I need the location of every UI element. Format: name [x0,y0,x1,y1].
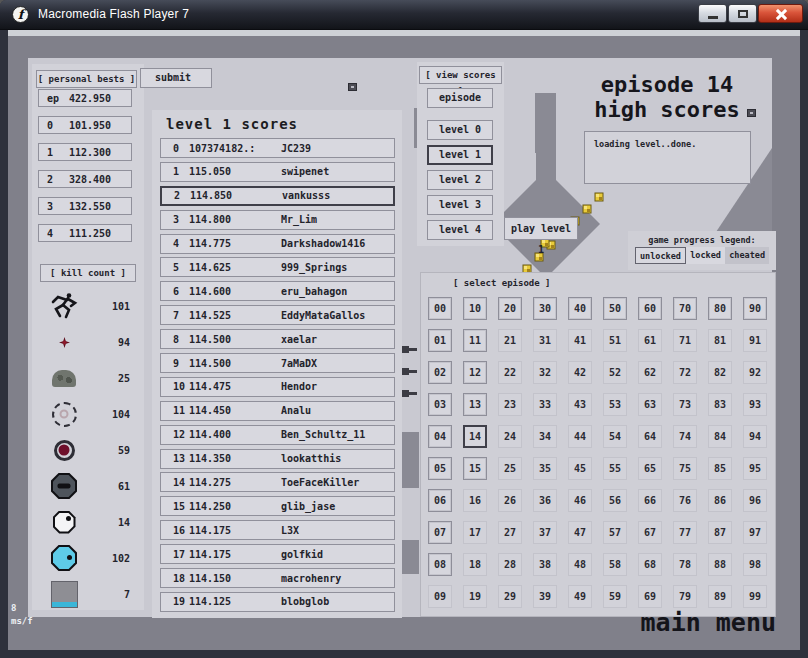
submit-button[interactable]: submit [140,68,212,88]
score-row-3[interactable]: 3114.800Mr_Lim [160,210,395,230]
episode-cell-88[interactable]: 88 [708,553,732,576]
score-row-6[interactable]: 6114.600eru_bahagon [160,281,395,301]
score-row-13[interactable]: 13114.350lookatthis [160,449,395,469]
episode-cell-00[interactable]: 00 [428,297,452,320]
episode-cell-46[interactable]: 46 [568,489,592,512]
episode-cell-68[interactable]: 68 [638,553,662,576]
episode-cell-64[interactable]: 64 [638,425,662,448]
episode-cell-41[interactable]: 41 [568,329,592,352]
episode-cell-80[interactable]: 80 [708,297,732,320]
score-row-7[interactable]: 7114.525EddyMataGallos [160,305,395,325]
episode-cell-48[interactable]: 48 [568,553,592,576]
score-row-1[interactable]: 1115.050swipenet [160,162,395,182]
episode-cell-18[interactable]: 18 [463,553,487,576]
episode-cell-12[interactable]: 12 [463,361,487,384]
episode-cell-57[interactable]: 57 [603,521,627,544]
episode-cell-53[interactable]: 53 [603,393,627,416]
episode-cell-05[interactable]: 05 [428,457,452,480]
episode-cell-99[interactable]: 99 [743,585,767,608]
episode-cell-35[interactable]: 35 [533,457,557,480]
episode-cell-85[interactable]: 85 [708,457,732,480]
episode-cell-78[interactable]: 78 [673,553,697,576]
episode-cell-10[interactable]: 10 [463,297,487,320]
episode-cell-74[interactable]: 74 [673,425,697,448]
episode-cell-98[interactable]: 98 [743,553,767,576]
episode-cell-23[interactable]: 23 [498,393,522,416]
episode-cell-89[interactable]: 89 [708,585,732,608]
episode-cell-50[interactable]: 50 [603,297,627,320]
episode-cell-82[interactable]: 82 [708,361,732,384]
episode-cell-93[interactable]: 93 [743,393,767,416]
score-row-2[interactable]: 2114.850vankusss [160,186,395,206]
episode-cell-77[interactable]: 77 [673,521,697,544]
episode-cell-24[interactable]: 24 [498,425,522,448]
episode-cell-40[interactable]: 40 [568,297,592,320]
episode-cell-09[interactable]: 09 [428,585,452,608]
episode-cell-16[interactable]: 16 [463,489,487,512]
episode-cell-52[interactable]: 52 [603,361,627,384]
episode-cell-34[interactable]: 34 [533,425,557,448]
episode-cell-54[interactable]: 54 [603,425,627,448]
episode-cell-21[interactable]: 21 [498,329,522,352]
episode-cell-72[interactable]: 72 [673,361,697,384]
episode-cell-30[interactable]: 30 [533,297,557,320]
score-row-15[interactable]: 15114.250glib_jase [160,496,395,516]
episode-cell-37[interactable]: 37 [533,521,557,544]
episode-cell-02[interactable]: 02 [428,361,452,384]
score-row-17[interactable]: 17114.175golfkid [160,544,395,564]
episode-cell-36[interactable]: 36 [533,489,557,512]
episode-cell-71[interactable]: 71 [673,329,697,352]
episode-cell-60[interactable]: 60 [638,297,662,320]
score-row-14[interactable]: 14114.275ToeFaceKiller [160,472,395,492]
episode-cell-39[interactable]: 39 [533,585,557,608]
episode-cell-44[interactable]: 44 [568,425,592,448]
episode-cell-13[interactable]: 13 [463,393,487,416]
episode-cell-15[interactable]: 15 [463,457,487,480]
episode-cell-62[interactable]: 62 [638,361,662,384]
episode-cell-14[interactable]: 14 [463,425,487,448]
score-row-19[interactable]: 19114.125blobglob [160,592,395,612]
episode-cell-73[interactable]: 73 [673,393,697,416]
episode-cell-96[interactable]: 96 [743,489,767,512]
episode-cell-42[interactable]: 42 [568,361,592,384]
episode-cell-81[interactable]: 81 [708,329,732,352]
episode-cell-76[interactable]: 76 [673,489,697,512]
titlebar[interactable]: f Macromedia Flash Player 7 [0,0,808,30]
episode-cell-56[interactable]: 56 [603,489,627,512]
episode-cell-25[interactable]: 25 [498,457,522,480]
score-row-0[interactable]: 0107374182.:JC239 [160,138,395,158]
quality-toggle-icon[interactable] [348,83,357,91]
minimize-button[interactable] [698,4,727,23]
episode-cell-66[interactable]: 66 [638,489,662,512]
episode-cell-29[interactable]: 29 [498,585,522,608]
episode-cell-22[interactable]: 22 [498,361,522,384]
episode-cell-59[interactable]: 59 [603,585,627,608]
title-toggle-icon[interactable] [747,109,756,117]
episode-cell-08[interactable]: 08 [428,553,452,576]
episode-cell-84[interactable]: 84 [708,425,732,448]
score-row-18[interactable]: 18114.150macrohenry [160,568,395,588]
episode-cell-31[interactable]: 31 [533,329,557,352]
episode-cell-01[interactable]: 01 [428,329,452,352]
episode-cell-04[interactable]: 04 [428,425,452,448]
score-row-10[interactable]: 10114.475Hendor [160,377,395,397]
episode-cell-26[interactable]: 26 [498,489,522,512]
episode-cell-11[interactable]: 11 [463,329,487,352]
play-level-button[interactable]: play level 1 [504,217,578,240]
maximize-button[interactable] [728,4,757,23]
episode-cell-65[interactable]: 65 [638,457,662,480]
view-scores-button-level-2[interactable]: level 2 [427,170,493,190]
score-row-12[interactable]: 12114.400Ben_Schultz_11 [160,425,395,445]
episode-cell-07[interactable]: 07 [428,521,452,544]
episode-cell-19[interactable]: 19 [463,585,487,608]
score-row-8[interactable]: 8114.500xaelar [160,329,395,349]
episode-cell-97[interactable]: 97 [743,521,767,544]
episode-cell-45[interactable]: 45 [568,457,592,480]
episode-cell-87[interactable]: 87 [708,521,732,544]
episode-cell-83[interactable]: 83 [708,393,732,416]
episode-cell-79[interactable]: 79 [673,585,697,608]
episode-cell-38[interactable]: 38 [533,553,557,576]
episode-cell-03[interactable]: 03 [428,393,452,416]
episode-cell-67[interactable]: 67 [638,521,662,544]
episode-cell-06[interactable]: 06 [428,489,452,512]
